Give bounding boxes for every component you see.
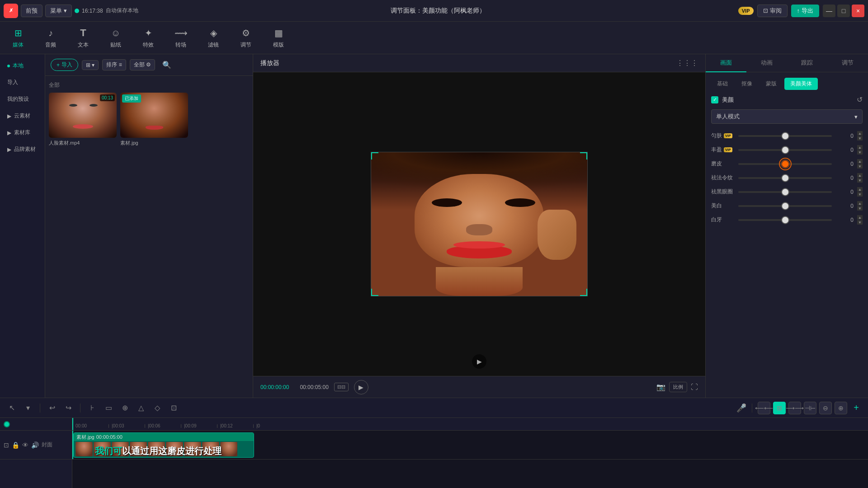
preview-center-play[interactable]: ▶ xyxy=(472,354,486,369)
tl-btn-2[interactable]: ⊞ xyxy=(773,402,786,414)
eyebag-track[interactable] xyxy=(738,191,832,193)
vip-badge[interactable]: VIP xyxy=(738,7,754,15)
skin-down[interactable]: ▼ xyxy=(857,164,863,169)
media-content: 全部 00:13 xyxy=(45,76,253,398)
eye-icon[interactable]: 👁 xyxy=(22,441,28,449)
tool-effects[interactable]: ✦ 特效 xyxy=(137,27,159,49)
auto-button[interactable]: ◇ xyxy=(151,402,164,414)
tool-transition[interactable]: ⟿ 转场 xyxy=(170,27,192,49)
reset-button[interactable]: ↺ xyxy=(857,95,863,104)
eyebag-thumb[interactable] xyxy=(782,189,788,195)
mode-select[interactable]: 单人模式 ▾ xyxy=(711,109,863,124)
tool-filter[interactable]: ◈ 滤镜 xyxy=(203,27,224,49)
sub-tab-basic[interactable]: 基础 xyxy=(711,78,734,90)
tl-btn-center[interactable]: ⊣⊢ xyxy=(804,402,816,414)
whiten-down[interactable]: ▼ xyxy=(857,206,863,211)
play-button[interactable]: ▶ xyxy=(354,380,368,394)
crop2-button[interactable]: ⊡ xyxy=(167,402,180,414)
tl-btn-1[interactable]: ⟵⟵ xyxy=(758,402,770,414)
tl-add-button[interactable]: + xyxy=(850,402,863,414)
timeline-view-button[interactable]: ⊟⊟ xyxy=(334,383,349,391)
sub-tab-portrait[interactable]: 抠像 xyxy=(736,78,758,90)
sidebar-item-library[interactable]: ▶ 素材库 xyxy=(2,125,43,140)
smooth-up[interactable]: ▲ xyxy=(857,131,863,136)
stabilize-button[interactable]: △ xyxy=(135,402,147,414)
sidebar-item-import[interactable]: 导入 xyxy=(2,75,43,90)
close-button[interactable]: × xyxy=(852,5,864,17)
microphone-button[interactable]: 🎤 xyxy=(736,403,746,413)
split-button[interactable]: ⊦ xyxy=(86,402,99,414)
grid-view-button[interactable]: ⊞ ▾ xyxy=(82,60,99,70)
teeth-down[interactable]: ▼ xyxy=(857,220,863,225)
whiten-track[interactable] xyxy=(738,205,832,207)
smooth-track[interactable] xyxy=(738,135,832,137)
search-button[interactable]: 🔍 xyxy=(159,59,175,70)
sidebar-item-cloud[interactable]: ▶ 云素材 xyxy=(2,108,43,123)
smooth-down[interactable]: ▼ xyxy=(857,136,863,141)
import-button[interactable]: + 导入 xyxy=(51,59,78,71)
lock-icon[interactable]: 🔒 xyxy=(12,441,19,449)
sub-tab-mask[interactable]: 蒙版 xyxy=(760,78,783,90)
plump-thumb[interactable] xyxy=(782,147,788,153)
tab-screen[interactable]: 画面 xyxy=(706,54,746,72)
plump-down[interactable]: ▼ xyxy=(857,150,863,155)
sidebar-item-brand[interactable]: ▶ 品牌素材 xyxy=(2,142,43,157)
media-thumb-image[interactable]: 已添加 xyxy=(120,93,188,138)
sidebar-item-local[interactable]: 本地 xyxy=(2,58,43,73)
whiten-thumb[interactable] xyxy=(782,203,788,209)
review-button[interactable]: ⊡ 审阅 xyxy=(757,5,788,17)
sub-tab-beauty[interactable]: 美颜美体 xyxy=(784,78,818,90)
skin-up[interactable]: ▲ xyxy=(857,159,863,164)
menu-button[interactable]: 菜单 ▾ xyxy=(45,5,72,17)
tool-sticker[interactable]: ☺ 贴纸 xyxy=(105,27,127,49)
tab-tracking[interactable]: 跟踪 xyxy=(787,54,828,72)
tool-adjust[interactable]: ⚙ 调节 xyxy=(235,27,257,49)
screenshot-button[interactable]: 📷 xyxy=(656,383,665,391)
skin-thumb[interactable] xyxy=(782,161,788,167)
eyebag-up[interactable]: ▲ xyxy=(857,187,863,192)
redo-button[interactable]: ↪ xyxy=(62,402,75,414)
eyebag-down[interactable]: ▼ xyxy=(857,192,863,197)
crop-button[interactable]: ⊕ xyxy=(118,402,131,414)
skin-track[interactable] xyxy=(738,163,832,165)
minimize-button[interactable]: — xyxy=(823,5,835,17)
plump-track[interactable] xyxy=(738,149,832,151)
smooth-thumb[interactable] xyxy=(782,133,788,139)
fullscreen-button[interactable]: ⛶ xyxy=(691,383,698,391)
tab-adjust[interactable]: 调节 xyxy=(827,54,868,72)
media-thumb-video[interactable]: 00:13 xyxy=(49,93,117,138)
tool-audio[interactable]: ♪ 音频 xyxy=(40,27,61,49)
teeth-thumb[interactable] xyxy=(782,217,788,223)
teeth-up[interactable]: ▲ xyxy=(857,215,863,220)
tl-btn-zoom-in[interactable]: ⊕ xyxy=(835,402,847,414)
tool-text[interactable]: T 文本 xyxy=(72,27,94,49)
preview-button[interactable]: 前预 xyxy=(21,5,42,17)
export-button[interactable]: ↑ 导出 xyxy=(791,5,820,17)
nasolabial-track[interactable] xyxy=(738,177,832,179)
nasolabial-up[interactable]: ▲ xyxy=(857,173,863,178)
preview-menu-button[interactable]: ⋮⋮⋮ xyxy=(676,59,698,67)
audio-icon[interactable]: 🔊 xyxy=(31,441,39,449)
tool-template[interactable]: ▦ 模版 xyxy=(268,27,289,49)
cursor-tool-button[interactable]: ↖ xyxy=(5,402,18,414)
teeth-track[interactable] xyxy=(738,219,832,221)
maximize-button[interactable]: □ xyxy=(837,5,850,17)
beauty-checkbox[interactable]: ✓ xyxy=(711,96,718,103)
whiten-up[interactable]: ▲ xyxy=(857,201,863,206)
tab-animation[interactable]: 动画 xyxy=(746,54,787,72)
ratio-button[interactable]: 比例 xyxy=(669,382,687,392)
all-filter-button[interactable]: 全部 ⚙ xyxy=(130,59,155,70)
tl-btn-3[interactable]: ⟶⟶ xyxy=(788,402,801,414)
nasolabial-down[interactable]: ▼ xyxy=(857,178,863,183)
layer-icon[interactable]: ⊡ xyxy=(4,441,9,449)
sort-button[interactable]: 排序 ≡ xyxy=(102,59,126,70)
cursor-mode-button[interactable]: ▾ xyxy=(22,402,34,414)
delete-button[interactable]: ▭ xyxy=(102,402,115,414)
nasolabial-thumb[interactable] xyxy=(782,175,788,181)
tl-btn-zoom-out[interactable]: ⊖ xyxy=(819,402,832,414)
plump-up[interactable]: ▲ xyxy=(857,145,863,150)
tool-media[interactable]: ⊞ 媒体 xyxy=(7,27,29,49)
vip-badge-smooth: VIP xyxy=(724,133,732,138)
sidebar-item-preset[interactable]: 我的预设 xyxy=(2,92,43,107)
undo-button[interactable]: ↩ xyxy=(46,402,58,414)
